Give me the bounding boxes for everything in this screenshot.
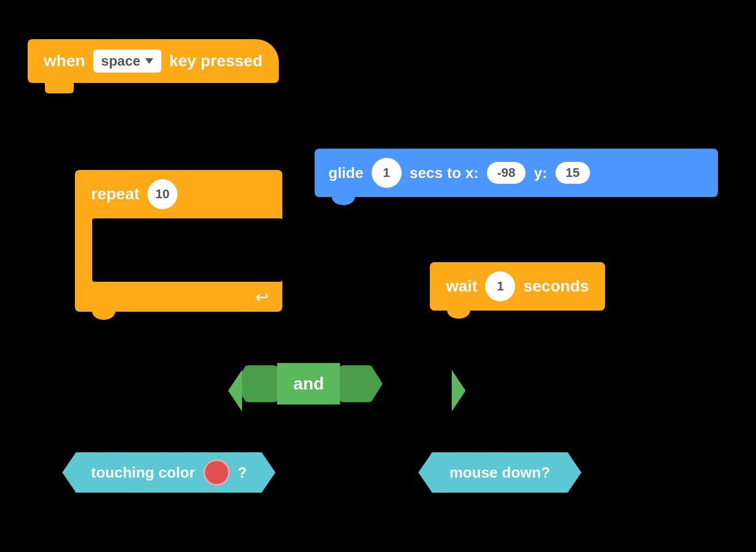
key-label: space bbox=[101, 53, 141, 69]
glide-secs-input[interactable]: 1 bbox=[372, 158, 402, 188]
and-main-body: and bbox=[277, 363, 340, 404]
repeat-inner-cutout bbox=[92, 218, 282, 282]
when-key-pressed-block[interactable]: when space key pressed bbox=[28, 39, 279, 83]
repeat-label: repeat bbox=[91, 185, 139, 203]
seconds-label: seconds bbox=[523, 277, 589, 296]
touching-label: touching color bbox=[91, 464, 195, 482]
glide-secs-label: secs to x: bbox=[410, 164, 479, 182]
and-outer-left-arrow bbox=[228, 370, 242, 411]
repeat-bottom: ↩ bbox=[75, 282, 282, 312]
and-outer-right-arrow bbox=[452, 370, 466, 411]
and-right-slot[interactable] bbox=[340, 365, 372, 402]
when-label: when bbox=[44, 52, 85, 70]
wait-label: wait bbox=[446, 277, 477, 296]
and-right-slot-arrow-right bbox=[371, 365, 383, 402]
repeat-top: repeat 10 bbox=[75, 170, 282, 218]
wait-block[interactable]: wait 1 seconds bbox=[430, 262, 605, 311]
repeat-block[interactable]: repeat 10 ↩ bbox=[75, 170, 282, 312]
mouse-down-label: mouse down? bbox=[449, 464, 550, 482]
and-block[interactable]: and bbox=[245, 363, 372, 404]
glide-x-input[interactable]: -98 bbox=[487, 162, 526, 184]
touching-color-block[interactable]: touching color ? bbox=[75, 452, 263, 493]
color-swatch[interactable] bbox=[203, 459, 230, 486]
dropdown-arrow-icon bbox=[145, 58, 153, 64]
key-dropdown[interactable]: space bbox=[93, 50, 161, 73]
glide-label: glide bbox=[328, 164, 364, 182]
key-pressed-label: key pressed bbox=[169, 52, 263, 70]
glide-notch bbox=[338, 141, 363, 149]
wait-value-input[interactable]: 1 bbox=[485, 271, 515, 301]
glide-block[interactable]: glide 1 secs to x: -98 y: 15 bbox=[315, 149, 718, 197]
glide-y-input[interactable]: 15 bbox=[555, 162, 590, 184]
and-left-slot[interactable] bbox=[245, 365, 277, 402]
and-label: and bbox=[293, 374, 324, 394]
mouse-down-block[interactable]: mouse down? bbox=[431, 452, 569, 493]
repeat-count-input[interactable]: 10 bbox=[148, 179, 177, 209]
repeat-arrow-icon: ↩ bbox=[255, 288, 269, 307]
touching-question: ? bbox=[238, 464, 247, 482]
repeat-middle bbox=[75, 218, 282, 282]
glide-y-label: y: bbox=[534, 164, 547, 182]
